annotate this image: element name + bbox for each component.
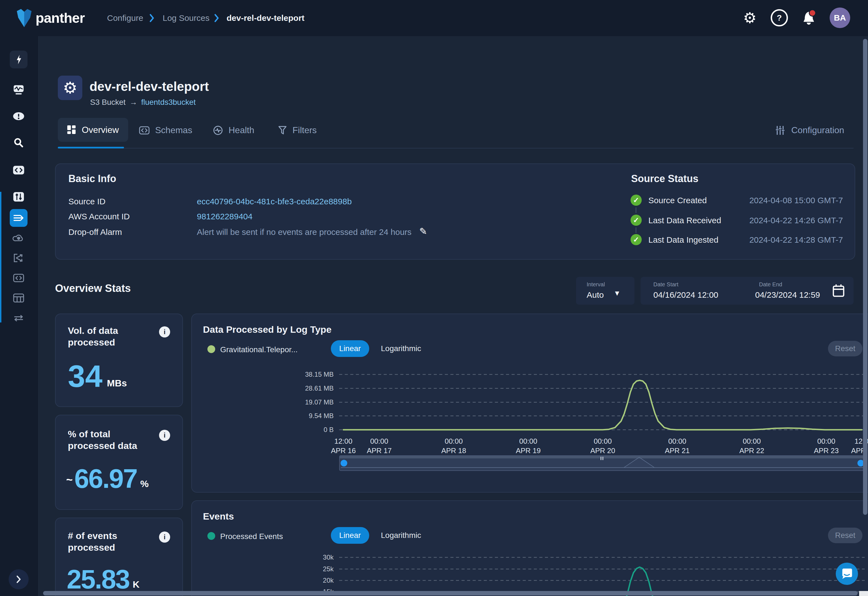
notifications-bell-icon[interactable] [799, 8, 818, 28]
bucket-link[interactable]: fluentds3bucket [141, 98, 196, 107]
breadcrumb-chevron-icon [214, 13, 220, 23]
sidebar-item-monitoring[interactable] [10, 81, 28, 99]
interval-label: Interval [587, 281, 605, 288]
chevron-right-icon [16, 575, 22, 584]
stat-card-volume: Vol. of data processed i 34 MBs [55, 314, 183, 407]
date-range-picker[interactable]: Date Start 04/16/2024 12:00 Date End 04/… [641, 277, 853, 305]
stat-events-title-line1: # of events [68, 530, 117, 541]
sidebar-item-query-editor[interactable] [10, 161, 28, 179]
active-tab-underline [58, 147, 124, 149]
status-connector [636, 207, 636, 213]
status-last-ingested-time: 2024-04-22 14:28 GMT-7 [734, 235, 843, 245]
configuration-button[interactable]: Configuration [775, 125, 844, 136]
stat-card-percent: % of total processed data i ~ 66.97 % [55, 415, 183, 510]
status-last-ingested-label: Last Data Ingested [648, 235, 719, 245]
code-box-icon [13, 273, 24, 282]
brand-wordmark[interactable]: panther [35, 10, 84, 26]
date-end-label: Date End [759, 281, 782, 288]
tab-schemas[interactable]: Schemas [139, 125, 192, 136]
tabs-divider [58, 148, 853, 149]
chart-data-processed-card: Data Processed by Log Type Gravitational… [191, 314, 868, 493]
tab-schemas-label: Schemas [155, 125, 192, 136]
date-start-value: 04/16/2024 12:00 [653, 290, 719, 299]
status-source-created-time: 2024-04-08 15:00 GMT-7 [734, 196, 843, 205]
sidebar-item-integrations[interactable] [10, 249, 28, 267]
status-last-received-time: 2024-04-22 14:26 GMT-7 [734, 216, 843, 225]
source-id-label: Source ID [68, 197, 105, 206]
sidebar-item-alerts[interactable] [10, 107, 28, 125]
help-icon[interactable]: ? [769, 8, 789, 28]
chart1-xtick: 00:00APR 22 [732, 437, 771, 455]
navigator-grip[interactable] [601, 457, 603, 460]
chart1-xtick: 00:00APR 19 [509, 437, 548, 455]
settings-gear-icon[interactable]: ⚙ [740, 8, 760, 28]
info-icon[interactable]: i [159, 430, 170, 441]
health-pulse-icon [213, 125, 223, 136]
tab-overview[interactable]: Overview [58, 118, 128, 142]
tab-filters-label: Filters [292, 125, 317, 136]
chart2-plot [192, 501, 868, 596]
configuration-sliders-icon [775, 125, 785, 136]
breadcrumb-chevron-icon [149, 13, 155, 23]
page-subtitle: S3 Bucket → fluentds3bucket [90, 98, 196, 107]
breadcrumb-current: dev-rel-dev-teleport [227, 13, 304, 23]
chart1-xtick: 00:00APR 18 [434, 437, 473, 455]
chart1-series-line [343, 380, 862, 430]
sidebar-item-detections[interactable] [10, 188, 28, 206]
scrollbar-corner [859, 591, 868, 596]
status-connector [636, 227, 636, 233]
alert-icon [12, 112, 25, 121]
user-avatar[interactable]: BA [830, 7, 850, 28]
date-start-label: Date Start [653, 281, 678, 288]
sidebar-item-schemas[interactable] [10, 269, 28, 287]
stat-volume-value: 34 [68, 361, 103, 392]
tab-overview-label: Overview [82, 125, 119, 135]
cloud-shield-icon [12, 233, 25, 242]
interval-dropdown[interactable]: Interval Auto ▾ [576, 277, 635, 305]
top-bar: panther Configure Log Sources dev-rel-de… [0, 0, 868, 36]
overview-stats-title: Overview Stats [55, 282, 131, 294]
stat-events-value: 25.83 [67, 566, 129, 593]
page-title: dev-rel-dev-teleport [90, 79, 209, 94]
source-id-value: ecc40796-04bc-481c-bfe3-ceda22e8898b [197, 197, 352, 206]
dropoff-alarm-value: Alert will be sent if no events are proc… [197, 227, 412, 237]
navigator-left-handle[interactable] [341, 460, 347, 466]
info-icon[interactable]: i [159, 531, 170, 543]
configuration-label: Configuration [791, 125, 844, 136]
table-icon [13, 293, 24, 303]
log-sources-icon [13, 213, 25, 223]
monitor-pulse-icon [13, 84, 24, 95]
aws-account-value: 981262289404 [197, 212, 252, 221]
sidebar-item-data-transfer[interactable] [10, 309, 28, 327]
tab-filters[interactable]: Filters [278, 125, 317, 136]
stat-volume-title-line1: Vol. of data [68, 325, 118, 336]
panther-logo[interactable] [16, 7, 32, 30]
sidebar-expand-button[interactable] [9, 569, 29, 589]
date-end-value: 04/23/2024 12:59 [755, 290, 820, 299]
tab-health[interactable]: Health [213, 125, 254, 136]
lightning-icon [15, 55, 23, 65]
stat-percent-title-line2: processed data [68, 440, 137, 451]
sidebar-item-tables[interactable] [10, 289, 28, 307]
breadcrumb-configure[interactable]: Configure [107, 13, 143, 23]
horizontal-scrollbar[interactable] [43, 591, 858, 596]
edit-pencil-icon[interactable]: ✎ [419, 226, 427, 237]
stat-card-events: # of events processed i 25.83 K [55, 518, 183, 596]
status-last-received-label: Last Data Received [648, 216, 721, 225]
chart1-xtick: 00:00APR 23 [807, 437, 846, 455]
sidebar-item-quickstart[interactable] [10, 50, 28, 68]
chat-bubble-icon [840, 567, 853, 580]
breadcrumb-log-sources[interactable]: Log Sources [162, 13, 210, 23]
chart1-xtick: 00:00APR 20 [583, 437, 622, 455]
chat-bubble-button[interactable] [836, 563, 858, 585]
sidebar-item-log-sources-active[interactable] [10, 209, 28, 227]
swap-arrows-icon [13, 314, 24, 322]
chart1-range-navigator[interactable] [339, 455, 866, 471]
vertical-scrollbar[interactable] [863, 39, 868, 515]
chart1-xtick: 12:00APR 16 [324, 437, 363, 455]
calendar-icon[interactable] [833, 284, 844, 298]
info-icon[interactable]: i [159, 326, 170, 338]
stat-percent-unit: % [140, 478, 149, 489]
sidebar-item-search[interactable] [10, 134, 28, 152]
sidebar-item-cloud-security[interactable] [10, 229, 28, 247]
